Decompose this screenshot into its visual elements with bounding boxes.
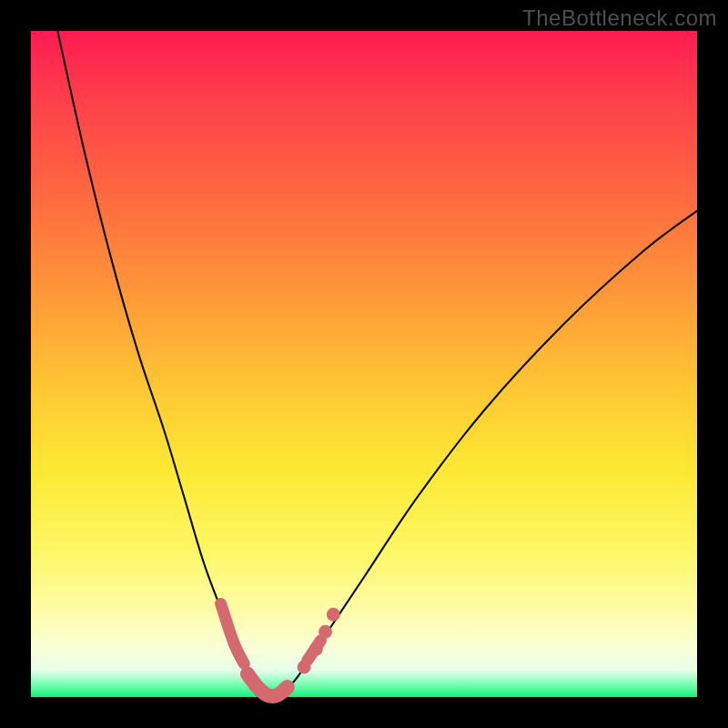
highlight-group [221,604,340,696]
watermark-text: TheBottleneck.com [522,5,717,31]
highlight-dot [309,642,323,656]
highlight-dot [318,625,332,639]
chart-frame: TheBottleneck.com [0,0,728,728]
bottleneck-curve [57,31,697,693]
highlight-dot [298,661,311,674]
plot-area [31,31,697,697]
highlight-segment [221,604,245,664]
highlight-segment [248,673,288,696]
highlight-dot [327,608,340,622]
curve-svg [31,31,697,697]
